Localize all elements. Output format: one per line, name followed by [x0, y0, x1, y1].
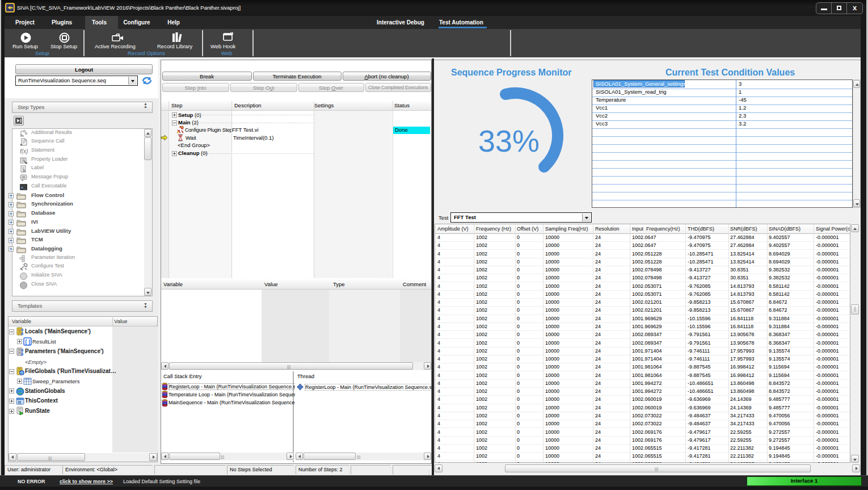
- svg-text:»_: »_: [21, 185, 26, 190]
- svg-text:α: α: [21, 328, 24, 332]
- svg-text:[ ]: [ ]: [26, 339, 31, 345]
- svg-text:▤: ▤: [18, 400, 22, 404]
- svg-text:A: A: [23, 169, 26, 173]
- svg-text:f(x): f(x): [20, 148, 28, 154]
- svg-text:α: α: [21, 348, 24, 352]
- svg-text:β: β: [21, 332, 24, 336]
- svg-text:b: b: [20, 133, 23, 137]
- svg-text:β: β: [21, 352, 24, 356]
- svg-text:α: α: [19, 256, 22, 260]
